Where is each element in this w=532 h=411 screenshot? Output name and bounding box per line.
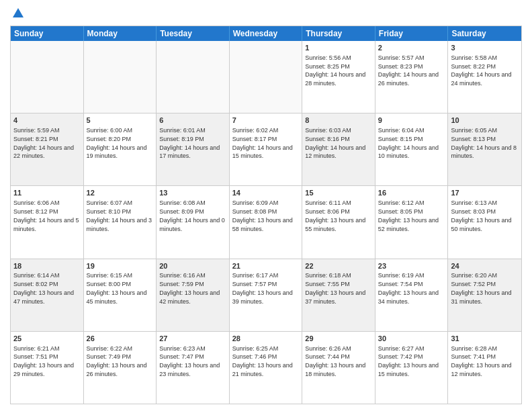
- day-number: 3: [451, 43, 519, 53]
- day-number: 24: [451, 261, 519, 271]
- calendar-row-1: 4Sunrise: 5:59 AM Sunset: 8:21 PM Daylig…: [11, 113, 521, 185]
- day-info: Sunrise: 6:21 AM Sunset: 7:51 PM Dayligh…: [13, 345, 74, 377]
- day-number: 25: [13, 334, 81, 344]
- calendar-cell-day-27: 27Sunrise: 6:23 AM Sunset: 7:47 PM Dayli…: [157, 332, 230, 404]
- calendar-cell-day-22: 22Sunrise: 6:18 AM Sunset: 7:55 PM Dayli…: [302, 259, 375, 331]
- calendar-cell-day-14: 14Sunrise: 6:09 AM Sunset: 8:08 PM Dayli…: [230, 186, 303, 258]
- calendar-cell-day-26: 26Sunrise: 6:22 AM Sunset: 7:49 PM Dayli…: [84, 332, 157, 404]
- calendar-cell-day-17: 17Sunrise: 6:13 AM Sunset: 8:03 PM Dayli…: [448, 186, 521, 258]
- calendar-row-2: 11Sunrise: 6:06 AM Sunset: 8:12 PM Dayli…: [11, 185, 521, 258]
- day-info: Sunrise: 6:20 AM Sunset: 7:52 PM Dayligh…: [451, 272, 511, 304]
- day-info: Sunrise: 6:01 AM Sunset: 8:19 PM Dayligh…: [159, 127, 220, 159]
- day-number: 15: [305, 188, 372, 198]
- day-info: Sunrise: 6:28 AM Sunset: 7:41 PM Dayligh…: [451, 345, 511, 377]
- logo: [10, 7, 25, 20]
- day-info: Sunrise: 6:03 AM Sunset: 8:16 PM Dayligh…: [305, 127, 365, 159]
- calendar-row-0: 1Sunrise: 5:56 AM Sunset: 8:25 PM Daylig…: [11, 41, 521, 113]
- calendar-cell-day-3: 3Sunrise: 5:58 AM Sunset: 8:22 PM Daylig…: [448, 41, 521, 113]
- calendar-cell-day-25: 25Sunrise: 6:21 AM Sunset: 7:51 PM Dayli…: [11, 332, 84, 404]
- calendar-cell-day-9: 9Sunrise: 6:04 AM Sunset: 8:15 PM Daylig…: [375, 113, 449, 185]
- calendar-cell-empty-0-3: [230, 41, 303, 113]
- day-number: 26: [87, 334, 154, 344]
- day-info: Sunrise: 6:18 AM Sunset: 7:55 PM Dayligh…: [305, 272, 365, 304]
- calendar-cell-day-7: 7Sunrise: 6:02 AM Sunset: 8:17 PM Daylig…: [230, 113, 303, 185]
- day-info: Sunrise: 6:08 AM Sunset: 8:09 PM Dayligh…: [159, 199, 225, 232]
- day-info: Sunrise: 6:02 AM Sunset: 8:17 PM Dayligh…: [232, 127, 293, 159]
- calendar-cell-empty-0-0: [11, 41, 84, 113]
- day-number: 21: [232, 261, 300, 271]
- day-info: Sunrise: 6:06 AM Sunset: 8:12 PM Dayligh…: [13, 199, 79, 232]
- day-info: Sunrise: 6:26 AM Sunset: 7:44 PM Dayligh…: [305, 345, 365, 377]
- calendar-body: 1Sunrise: 5:56 AM Sunset: 8:25 PM Daylig…: [11, 41, 521, 404]
- logo-triangle-icon: [11, 7, 25, 20]
- day-header-thursday: Thursday: [302, 26, 375, 41]
- calendar-cell-day-31: 31Sunrise: 6:28 AM Sunset: 7:41 PM Dayli…: [448, 332, 521, 404]
- day-number: 1: [305, 43, 372, 53]
- calendar-cell-day-1: 1Sunrise: 5:56 AM Sunset: 8:25 PM Daylig…: [302, 41, 375, 113]
- day-number: 28: [232, 334, 300, 344]
- day-header-tuesday: Tuesday: [157, 26, 230, 41]
- day-number: 16: [378, 188, 445, 198]
- day-info: Sunrise: 6:22 AM Sunset: 7:49 PM Dayligh…: [87, 345, 147, 377]
- calendar-cell-day-30: 30Sunrise: 6:27 AM Sunset: 7:42 PM Dayli…: [375, 332, 449, 404]
- calendar-cell-empty-0-1: [84, 41, 157, 113]
- day-number: 11: [13, 188, 81, 198]
- day-info: Sunrise: 6:09 AM Sunset: 8:08 PM Dayligh…: [232, 199, 293, 232]
- day-number: 5: [87, 116, 154, 126]
- day-number: 6: [159, 116, 226, 126]
- calendar-row-3: 18Sunrise: 6:14 AM Sunset: 8:02 PM Dayli…: [11, 259, 521, 331]
- day-header-saturday: Saturday: [448, 26, 521, 41]
- header: [10, 7, 522, 20]
- day-number: 18: [13, 261, 81, 271]
- day-info: Sunrise: 5:57 AM Sunset: 8:23 PM Dayligh…: [378, 54, 439, 87]
- day-info: Sunrise: 6:12 AM Sunset: 8:05 PM Dayligh…: [378, 199, 439, 232]
- day-info: Sunrise: 6:15 AM Sunset: 8:00 PM Dayligh…: [87, 272, 147, 304]
- day-info: Sunrise: 6:27 AM Sunset: 7:42 PM Dayligh…: [378, 345, 439, 377]
- day-info: Sunrise: 5:59 AM Sunset: 8:21 PM Dayligh…: [13, 127, 74, 159]
- day-header-sunday: Sunday: [11, 26, 84, 41]
- day-info: Sunrise: 5:56 AM Sunset: 8:25 PM Dayligh…: [305, 54, 365, 87]
- calendar-cell-day-23: 23Sunrise: 6:19 AM Sunset: 7:54 PM Dayli…: [375, 259, 449, 331]
- day-header-monday: Monday: [84, 26, 157, 41]
- calendar-cell-day-16: 16Sunrise: 6:12 AM Sunset: 8:05 PM Dayli…: [375, 186, 449, 258]
- day-info: Sunrise: 5:58 AM Sunset: 8:22 PM Dayligh…: [451, 54, 511, 87]
- day-number: 12: [87, 188, 154, 198]
- day-number: 23: [378, 261, 445, 271]
- day-info: Sunrise: 6:05 AM Sunset: 8:13 PM Dayligh…: [451, 127, 517, 159]
- day-number: 31: [451, 334, 519, 344]
- day-number: 9: [378, 116, 445, 126]
- day-number: 4: [13, 116, 81, 126]
- calendar-cell-day-12: 12Sunrise: 6:07 AM Sunset: 8:10 PM Dayli…: [84, 186, 157, 258]
- calendar-cell-day-20: 20Sunrise: 6:16 AM Sunset: 7:59 PM Dayli…: [157, 259, 230, 331]
- day-number: 27: [159, 334, 226, 344]
- calendar-row-4: 25Sunrise: 6:21 AM Sunset: 7:51 PM Dayli…: [11, 331, 521, 404]
- day-info: Sunrise: 6:23 AM Sunset: 7:47 PM Dayligh…: [159, 345, 220, 377]
- day-number: 29: [305, 334, 372, 344]
- day-info: Sunrise: 6:19 AM Sunset: 7:54 PM Dayligh…: [378, 272, 439, 304]
- day-number: 19: [87, 261, 154, 271]
- calendar-cell-day-28: 28Sunrise: 6:25 AM Sunset: 7:46 PM Dayli…: [230, 332, 303, 404]
- calendar-cell-day-29: 29Sunrise: 6:26 AM Sunset: 7:44 PM Dayli…: [302, 332, 375, 404]
- day-header-wednesday: Wednesday: [230, 26, 303, 41]
- day-info: Sunrise: 6:07 AM Sunset: 8:10 PM Dayligh…: [87, 199, 152, 232]
- day-number: 30: [378, 334, 445, 344]
- calendar-cell-day-10: 10Sunrise: 6:05 AM Sunset: 8:13 PM Dayli…: [448, 113, 521, 185]
- day-info: Sunrise: 6:00 AM Sunset: 8:20 PM Dayligh…: [87, 127, 147, 159]
- day-number: 2: [378, 43, 445, 53]
- day-number: 14: [232, 188, 300, 198]
- svg-marker-0: [13, 8, 24, 17]
- calendar-cell-day-15: 15Sunrise: 6:11 AM Sunset: 8:06 PM Dayli…: [302, 186, 375, 258]
- calendar-cell-day-18: 18Sunrise: 6:14 AM Sunset: 8:02 PM Dayli…: [11, 259, 84, 331]
- calendar-cell-day-24: 24Sunrise: 6:20 AM Sunset: 7:52 PM Dayli…: [448, 259, 521, 331]
- day-number: 13: [159, 188, 226, 198]
- calendar-cell-day-2: 2Sunrise: 5:57 AM Sunset: 8:23 PM Daylig…: [375, 41, 449, 113]
- day-number: 8: [305, 116, 372, 126]
- calendar-page: SundayMondayTuesdayWednesdayThursdayFrid…: [0, 0, 532, 411]
- day-info: Sunrise: 6:25 AM Sunset: 7:46 PM Dayligh…: [232, 345, 293, 377]
- day-number: 17: [451, 188, 519, 198]
- calendar-cell-day-8: 8Sunrise: 6:03 AM Sunset: 8:16 PM Daylig…: [302, 113, 375, 185]
- calendar-cell-day-19: 19Sunrise: 6:15 AM Sunset: 8:00 PM Dayli…: [84, 259, 157, 331]
- calendar-cell-day-5: 5Sunrise: 6:00 AM Sunset: 8:20 PM Daylig…: [84, 113, 157, 185]
- day-number: 7: [232, 116, 300, 126]
- calendar-header: SundayMondayTuesdayWednesdayThursdayFrid…: [11, 26, 521, 41]
